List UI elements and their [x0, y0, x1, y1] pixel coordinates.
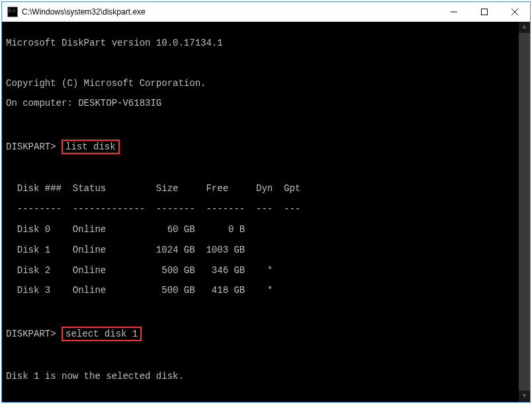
- table-row: Disk 2 Online 500 GB 346 GB *: [6, 266, 526, 276]
- output-line: On computer: DESKTOP-V6183IG: [6, 99, 526, 108]
- window-title: C:\Windows\system32\diskpart.exe: [22, 7, 439, 17]
- prompt-line: DISKPART> select disk 1: [6, 326, 526, 342]
- terminal-output[interactable]: Microsoft DiskPart version 10.0.17134.1 …: [2, 22, 530, 402]
- table-divider: -------- ------------- ------- ------- -…: [6, 204, 526, 214]
- cmd-icon: [7, 7, 18, 17]
- window-controls: [439, 2, 530, 21]
- cmd-select-disk: select disk 1: [62, 327, 142, 341]
- svg-rect-1: [482, 9, 488, 15]
- scrollbar-thumb[interactable]: [519, 33, 530, 391]
- table-header: Disk ### Status Size Free Dyn Gpt: [6, 184, 526, 194]
- table-row: Disk 3 Online 500 GB 418 GB *: [6, 286, 526, 296]
- scrollbar[interactable]: ▲ ▼: [519, 22, 530, 402]
- table-row: Disk 1 Online 1024 GB 1003 GB: [6, 245, 526, 255]
- prompt: DISKPART>: [6, 329, 56, 339]
- close-button[interactable]: [500, 2, 530, 21]
- maximize-button[interactable]: [469, 2, 500, 21]
- diskpart-window: C:\Windows\system32\diskpart.exe Microso…: [1, 1, 531, 403]
- titlebar[interactable]: C:\Windows\system32\diskpart.exe: [2, 2, 530, 22]
- output-line: Disk 1 is now the selected disk.: [6, 372, 526, 382]
- output-line: Microsoft DiskPart version 10.0.17134.1: [6, 38, 526, 48]
- prompt: DISKPART>: [6, 141, 56, 152]
- scroll-up-icon[interactable]: ▲: [519, 22, 530, 33]
- scroll-down-icon[interactable]: ▼: [519, 391, 530, 402]
- prompt-line: DISKPART> list disk: [6, 139, 526, 155]
- minimize-button[interactable]: [439, 2, 469, 21]
- table-row: Disk 0 Online 60 GB 0 B: [6, 225, 526, 235]
- cmd-list-disk: list disk: [62, 140, 120, 154]
- output-line: Copyright (C) Microsoft Corporation.: [6, 79, 526, 89]
